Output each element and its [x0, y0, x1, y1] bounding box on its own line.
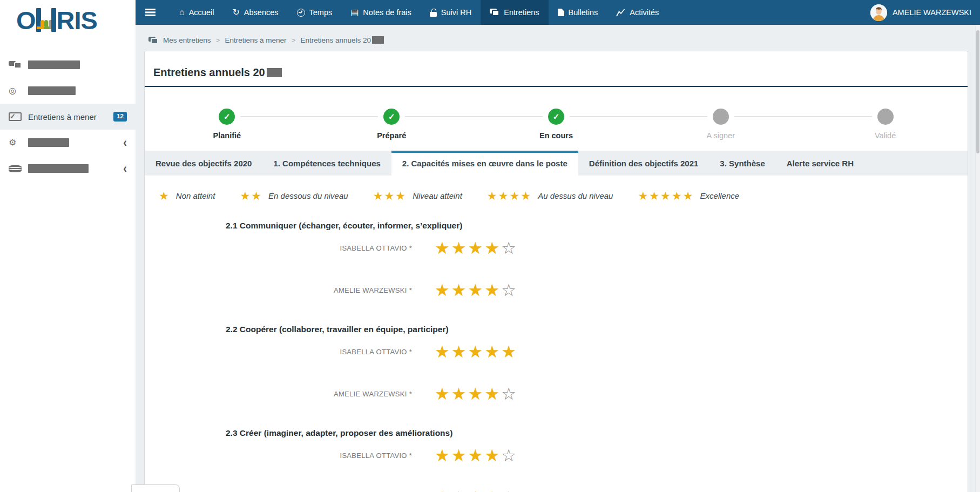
nav-item-notes-de-frais[interactable]: ▤ Notes de frais: [341, 0, 421, 25]
nav-item-bulletins[interactable]: Bulletins: [549, 0, 607, 25]
logo-letter-o: O: [16, 9, 36, 32]
sidebar-item-redacted[interactable]: ⚙ ‹: [0, 130, 136, 156]
star-filled-icon[interactable]: ★: [468, 488, 485, 492]
competency-section: 2.3 Créer (imaginer, adapter, proposer d…: [226, 428, 968, 492]
sidebar-item-entretiens-a-mener[interactable]: ✓ Entretiens à mener 12: [0, 104, 136, 130]
star-filled-icon: ★: [638, 190, 649, 202]
tab-alerte-service-rh[interactable]: Alerte service RH: [776, 151, 864, 176]
star-rating-input[interactable]: ★★★★☆: [435, 240, 518, 257]
star-filled-icon[interactable]: ★: [451, 281, 468, 300]
star-filled-icon[interactable]: ★: [484, 488, 501, 492]
star-filled-icon: ★: [395, 190, 407, 202]
redacted-text: [372, 36, 384, 44]
nav-item-suivi-rh[interactable]: Suivi RH: [421, 0, 481, 25]
star-rating-input[interactable]: ★★★★☆: [435, 490, 518, 492]
nav-item-accueil[interactable]: ⌂ Accueil: [170, 0, 223, 25]
user-name: AMELIE WARZEWSKI: [893, 8, 971, 17]
star-filled-icon[interactable]: ★: [468, 281, 485, 300]
rating-row: AMELIE WARZEWSKI * ★★★★☆: [226, 386, 968, 402]
star-filled-icon[interactable]: ★: [484, 281, 501, 300]
sidebar-item-redacted[interactable]: ‹: [0, 156, 136, 181]
clock-icon: [297, 9, 305, 17]
star-filled-icon[interactable]: ★: [435, 385, 451, 403]
tab-1-competences-techniques[interactable]: 1. Compétences techniques: [262, 151, 391, 176]
sidebar-item-redacted[interactable]: ◎: [0, 78, 136, 104]
breadcrumb-item-mes-entretiens[interactable]: Mes entretiens: [163, 36, 211, 44]
ohris-logo: O RIS: [0, 0, 136, 48]
breadcrumb-item-entretiens-a-mener[interactable]: Entretiens à mener: [225, 36, 286, 44]
star-filled-icon[interactable]: ★: [451, 385, 468, 403]
gear-icon: ⚙: [9, 138, 22, 147]
star-filled-icon[interactable]: ★: [468, 446, 485, 465]
star-filled-icon[interactable]: ★: [451, 342, 468, 361]
star-rating-input[interactable]: ★★★★☆: [435, 448, 518, 464]
competency-section: 2.1 Communiquer (échanger, écouter, info…: [226, 221, 968, 299]
star-filled-icon[interactable]: ★: [468, 385, 485, 403]
legend-item: ★★★★ Au dessus du niveau: [487, 190, 613, 203]
legend-label: En dessous du niveau: [268, 191, 348, 200]
user-menu[interactable]: AMELIE WARZEWSKI: [862, 0, 980, 25]
sidebar-item-redacted[interactable]: [0, 52, 136, 78]
step-planifie: ✓ Planifié: [145, 109, 309, 140]
nav-item-temps[interactable]: Temps: [288, 0, 342, 25]
partial-popup: [131, 484, 180, 492]
legend-item: ★ Non atteint: [159, 190, 215, 203]
star-filled-icon[interactable]: ★: [484, 342, 501, 361]
star-rating-input[interactable]: ★★★★☆: [435, 386, 518, 402]
star-filled-icon[interactable]: ★: [435, 342, 451, 361]
star-filled-icon[interactable]: ★: [451, 446, 468, 465]
scrollbar-track[interactable]: [975, 25, 980, 492]
star-filled-icon: ★: [384, 190, 395, 202]
nav-item-label: Bulletins: [569, 8, 598, 17]
step-indicator: ✓: [548, 109, 564, 125]
legend-stars: ★★★★★: [638, 190, 694, 203]
star-empty-icon[interactable]: ☆: [501, 446, 518, 465]
star-empty-icon[interactable]: ☆: [501, 488, 518, 492]
redacted-text: [28, 138, 69, 147]
lock-icon: [430, 9, 437, 17]
star-filled-icon[interactable]: ★: [435, 239, 451, 258]
star-filled-icon[interactable]: ★: [451, 239, 468, 258]
tab-bar: Revue des objectifs 20201. Compétences t…: [145, 151, 968, 176]
chevron-left-icon[interactable]: ‹: [123, 162, 127, 175]
checklist-icon: ✓: [9, 112, 22, 121]
tab-2-capacites-mises-en-uvre-dans-le-poste[interactable]: 2. Capacités mises en œuvre dans le post…: [391, 151, 578, 176]
star-filled-icon: ★: [159, 190, 170, 202]
legend-item: ★★★ Niveau atteint: [373, 190, 462, 203]
star-rating-input[interactable]: ★★★★★: [435, 344, 518, 360]
page-title: Entretiens annuels 20: [145, 58, 968, 87]
nav-item-entretiens[interactable]: Entretiens: [481, 0, 548, 25]
chevron-left-icon[interactable]: ‹: [123, 136, 127, 149]
redacted-text: [267, 68, 282, 77]
scrollbar-thumb[interactable]: [976, 30, 979, 153]
star-filled-icon[interactable]: ★: [451, 488, 468, 492]
nav-item-activites[interactable]: Activités: [607, 0, 668, 25]
main-content: Mes entretiens>Entretiens à mener>Entret…: [136, 25, 980, 492]
star-filled-icon[interactable]: ★: [435, 488, 451, 492]
legend-item: ★★★★★ Excellence: [638, 190, 739, 203]
competency-heading: 2.2 Coopérer (collaborer, travailler en …: [226, 325, 968, 334]
star-filled-icon[interactable]: ★: [484, 385, 501, 403]
star-empty-icon[interactable]: ☆: [501, 281, 518, 300]
star-empty-icon[interactable]: ☆: [501, 239, 518, 258]
logo-letter-h: [36, 8, 56, 32]
menu-toggle-button[interactable]: [138, 0, 163, 25]
star-filled-icon[interactable]: ★: [501, 342, 518, 361]
star-empty-icon[interactable]: ☆: [501, 385, 518, 403]
star-filled-icon[interactable]: ★: [468, 342, 485, 361]
star-filled-icon[interactable]: ★: [435, 446, 451, 465]
star-filled-icon[interactable]: ★: [468, 239, 485, 258]
tab-definition-des-objectifs-2021[interactable]: Définition des objectifs 2021: [578, 151, 709, 176]
star-rating-input[interactable]: ★★★★☆: [435, 282, 518, 299]
star-filled-icon[interactable]: ★: [484, 446, 501, 465]
top-nav: ⌂ Accueil ↻ Absences Temps ▤ Notes de fr…: [136, 0, 980, 25]
tab-3-synthese[interactable]: 3. Synthèse: [709, 151, 775, 176]
star-filled-icon[interactable]: ★: [484, 239, 501, 258]
nav-item-absences[interactable]: ↻ Absences: [223, 0, 287, 25]
star-filled-icon[interactable]: ★: [435, 281, 451, 300]
receipt-icon: ▤: [350, 8, 359, 17]
tab-revue-des-objectifs-2020[interactable]: Revue des objectifs 2020: [145, 151, 262, 176]
legend-stars: ★: [159, 190, 170, 203]
breadcrumb-item-entretiens-annuels-20[interactable]: Entretiens annuels 20: [300, 36, 384, 44]
breadcrumb: Mes entretiens>Entretiens à mener>Entret…: [136, 25, 980, 51]
